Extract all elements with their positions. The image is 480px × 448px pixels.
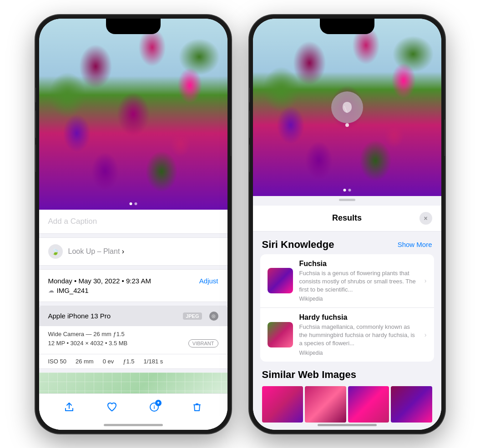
fuchsia-content: Fuchsia Fuchsia is a genus of flowering … [299, 260, 418, 302]
caption-placeholder: Add a Caption [48, 217, 97, 226]
fuchsia-chevron: › [424, 277, 427, 284]
aperture-text: ƒ1.5 [123, 358, 134, 365]
right-volume-up-button[interactable] [249, 111, 250, 138]
info-button[interactable]: i ✦ [146, 399, 162, 415]
delete-button[interactable] [189, 399, 205, 415]
siri-knowledge-title: Siri Knowledge [262, 239, 334, 251]
drag-handle-area[interactable] [253, 196, 441, 206]
camera-section: Apple iPhone 13 Pro JPEG ◎ Wide Camera —… [39, 306, 227, 369]
fuchsia-thumb-bg [268, 268, 293, 293]
svg-text:i: i [154, 404, 155, 410]
vibrant-badge: VIBRANT [188, 339, 218, 347]
caption-area[interactable]: Add a Caption [39, 210, 227, 234]
right-dot-2 [348, 189, 351, 191]
results-panel: Results × Siri Knowledge Show More Fuchs… [253, 196, 441, 430]
drag-handle [339, 199, 355, 201]
siri-knowledge-header: Siri Knowledge Show More [253, 232, 441, 254]
share-icon [64, 402, 74, 412]
right-dot-1 [343, 189, 346, 191]
close-button[interactable]: × [419, 212, 432, 225]
right-screen-content: Results × Siri Knowledge Show More Fuchs… [253, 19, 441, 430]
home-indicator [104, 424, 163, 426]
share-button[interactable] [61, 399, 77, 415]
right-power-button[interactable] [445, 120, 445, 156]
hardy-thumb-bg [268, 322, 293, 347]
lookup-label: Look Up – Plant › [68, 247, 125, 256]
date-row: Monday • May 30, 2022 • 9:23 AM Adjust [48, 277, 218, 285]
left-phone-screen: Add a Caption 🍃 Look Up – Plant › Monday… [39, 19, 227, 430]
similar-img-3[interactable] [348, 386, 389, 423]
fuchsia-thumbnail [268, 268, 293, 293]
camera-details: Wide Camera — 26 mm ƒ1.5 12 MP • 3024 × … [39, 326, 227, 354]
volume-up-button[interactable] [35, 111, 36, 138]
right-photo-dots [343, 189, 351, 191]
ev-text: 0 ev [103, 358, 114, 365]
show-more-button[interactable]: Show More [398, 241, 432, 248]
left-phone: Add a Caption 🍃 Look Up – Plant › Monday… [35, 15, 231, 433]
photo-background [39, 19, 227, 210]
siri-dot [345, 123, 349, 127]
favorite-button[interactable] [104, 399, 120, 415]
lookup-row[interactable]: 🍃 Look Up – Plant › [39, 237, 227, 266]
hardy-description: Fuchsia magellanica, commonly known as t… [299, 323, 418, 348]
right-mute-button[interactable] [249, 88, 250, 102]
right-phone: Results × Siri Knowledge Show More Fuchs… [249, 15, 445, 433]
leaf-icon [340, 101, 354, 114]
hardy-thumbnail [268, 322, 293, 347]
knowledge-card: Fuchsia Fuchsia is a genus of flowering … [260, 254, 434, 362]
fuchsia-description: Fuchsia is a genus of flowering plants t… [299, 269, 418, 294]
hardy-chevron: › [424, 331, 427, 338]
adjust-button[interactable]: Adjust [199, 277, 218, 285]
info-badge: ✦ [155, 400, 162, 406]
date-text: Monday • May 30, 2022 • 9:23 AM [48, 277, 151, 285]
results-header: Results × [253, 206, 441, 232]
dot-1 [129, 202, 132, 205]
similar-section: Similar Web Images [253, 362, 441, 426]
similar-img-1[interactable] [262, 386, 303, 423]
volume-down-button[interactable] [35, 145, 36, 172]
date-section: Monday • May 30, 2022 • 9:23 AM Adjust ☁… [39, 269, 227, 302]
shutter-text: 1/181 s [144, 358, 163, 365]
results-title: Results [332, 213, 362, 223]
resolution-row: 12 MP • 3024 × 4032 • 3.5 MB VIBRANT [48, 339, 218, 347]
fuchsia-name: Fuchsia [299, 260, 418, 268]
siri-photo[interactable] [253, 19, 441, 196]
heart-icon [107, 402, 117, 412]
dot-2 [134, 202, 137, 205]
knowledge-item-hardy[interactable]: Hardy fuchsia Fuchsia magellanica, commo… [260, 307, 434, 362]
hardy-name: Hardy fuchsia [299, 313, 418, 322]
hardy-source: Wikipedia [299, 350, 418, 356]
similar-img-4[interactable] [391, 386, 432, 423]
filename: IMG_4241 [57, 287, 89, 294]
cloud-icon: ☁ [48, 287, 54, 294]
fuchsia-source: Wikipedia [299, 296, 418, 302]
resolution-text: 12 MP • 3024 × 4032 • 3.5 MB [48, 340, 128, 347]
focal-text: 26 mm [76, 358, 94, 365]
photo-dots [129, 202, 137, 205]
camera-model: Apple iPhone 13 Pro [48, 312, 111, 320]
wide-camera-row: Wide Camera — 26 mm ƒ1.5 [48, 331, 218, 337]
trash-icon [192, 402, 202, 412]
left-screen-content: Add a Caption 🍃 Look Up – Plant › Monday… [39, 19, 227, 430]
photo-area[interactable] [39, 19, 227, 210]
right-home-indicator [318, 424, 377, 426]
camera-header: Apple iPhone 13 Pro JPEG ◎ [39, 306, 227, 326]
lookup-icon: 🍃 [48, 244, 63, 259]
filename-row: ☁ IMG_4241 [48, 287, 218, 294]
right-phone-screen: Results × Siri Knowledge Show More Fuchs… [253, 19, 441, 430]
knowledge-item-fuchsia[interactable]: Fuchsia Fuchsia is a genus of flowering … [260, 254, 434, 308]
right-volume-down-button[interactable] [249, 145, 250, 172]
iso-text: ISO 50 [48, 358, 66, 365]
jpeg-badge: JPEG [183, 312, 202, 320]
right-notch [320, 19, 374, 34]
similar-img-2[interactable] [305, 386, 346, 423]
mute-button[interactable] [35, 88, 36, 102]
specs-row: ISO 50 26 mm 0 ev ƒ1.5 1/181 s [39, 354, 227, 368]
location-icon: ◎ [209, 312, 218, 321]
similar-web-images-title: Similar Web Images [262, 369, 432, 381]
wide-camera-text: Wide Camera — 26 mm ƒ1.5 [48, 331, 125, 337]
notch [106, 19, 161, 34]
similar-images-grid [262, 386, 432, 423]
power-button[interactable] [231, 120, 231, 156]
visual-intelligence-icon [331, 91, 363, 123]
